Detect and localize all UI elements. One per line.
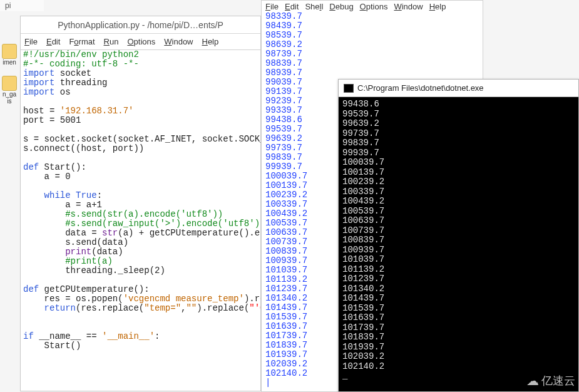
menu-run[interactable]: Run	[104, 37, 119, 46]
shell-menu-bar: File Edit Shell Debug Options Window Hel…	[262, 1, 483, 12]
shell-menu-file[interactable]: File	[265, 2, 279, 11]
watermark: ☁ 亿速云	[526, 373, 575, 388]
menu-file[interactable]: File	[24, 37, 38, 46]
editor-menu-bar: File Edit Format Run Options Window Help	[21, 34, 260, 50]
file-tab[interactable]: pi	[0, 0, 44, 8]
console-title: C:\Program Files\dotnet\dotnet.exe	[357, 83, 484, 93]
menu-window[interactable]: Window	[164, 37, 193, 46]
code-editor[interactable]: #!/usr/bin/env python2 #-*- coding: utf-…	[21, 50, 260, 351]
folder-icon-1[interactable]: imen	[0, 44, 19, 66]
shell-menu-window[interactable]: Window	[394, 2, 423, 11]
shell-menu-shell[interactable]: Shell	[305, 2, 323, 11]
shell-menu-edit[interactable]: Edit	[285, 2, 299, 11]
dotnet-console-window: C:\Program Files\dotnet\dotnet.exe 99438…	[338, 79, 579, 392]
watermark-text: 亿速云	[541, 373, 575, 388]
console-icon	[344, 84, 354, 93]
menu-edit[interactable]: Edit	[46, 37, 60, 46]
shell-menu-debug[interactable]: Debug	[329, 2, 353, 11]
editor-title: PythonApplication.py - /home/pi/D…ents/P	[21, 16, 260, 34]
menu-help[interactable]: Help	[202, 37, 219, 46]
folder-icon-2[interactable]: n_gais	[0, 76, 19, 105]
menu-options[interactable]: Options	[127, 37, 155, 46]
console-output[interactable]: 99438.6 99539.7 99639.2 99739.7 99839.7 …	[339, 97, 578, 391]
console-titlebar[interactable]: C:\Program Files\dotnet\dotnet.exe	[339, 80, 578, 97]
python-editor-window: PythonApplication.py - /home/pi/D…ents/P…	[20, 16, 261, 391]
menu-format[interactable]: Format	[69, 37, 95, 46]
cloud-icon: ☁	[526, 373, 539, 388]
shell-menu-help[interactable]: Help	[429, 2, 446, 11]
desktop-icons: imen n_gais	[0, 44, 19, 105]
shell-menu-options[interactable]: Options	[360, 2, 388, 11]
